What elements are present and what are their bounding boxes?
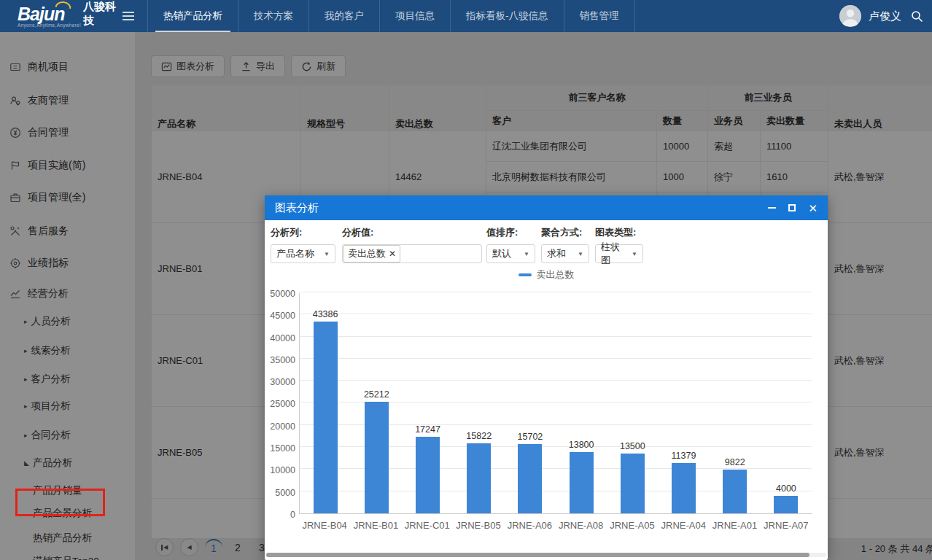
bar — [467, 443, 491, 513]
bar-slot: 17247 — [402, 424, 453, 513]
y-tick-label: 5000 — [275, 488, 295, 498]
bar-value-label: 17247 — [415, 424, 440, 435]
app-window: Bajun Anyone,Anytime,Anywhere! 八骏科技 热销产品… — [0, 0, 932, 560]
bar — [723, 470, 747, 513]
logo-swoosh-icon — [55, 0, 72, 8]
modal-titlebar[interactable]: 图表分析 ✕ — [265, 195, 828, 220]
minimize-icon[interactable] — [768, 207, 776, 209]
x-tick-label: JRNE-B01 — [350, 520, 401, 531]
horizontal-scrollbar — [266, 553, 826, 557]
bar-slot: 13500 — [607, 441, 658, 513]
bar-value-label: 43386 — [313, 309, 338, 319]
x-tick-label: JRNE-A06 — [504, 520, 555, 531]
y-tick-label: 45000 — [270, 311, 295, 321]
annotation-highlight-box — [15, 489, 105, 516]
bar-slot: 43386 — [300, 309, 351, 513]
aggregation-label: 聚合方式: — [541, 226, 590, 239]
chart-analysis-modal: 图表分析 ✕ 分析列: 产品名称▼ 分析值: 卖出总数 ✕ — [265, 195, 828, 560]
bar-value-label: 13800 — [569, 440, 594, 450]
aggregation-select[interactable]: 求和▼ — [541, 244, 589, 263]
x-tick-label: JRNE-B04 — [299, 520, 350, 531]
x-tick-label: JRNE-A01 — [709, 520, 760, 531]
bar — [672, 463, 696, 513]
nav-tab-tech-plan[interactable]: 技术方案 — [238, 0, 308, 32]
x-tick-label: JRNE-B05 — [453, 520, 504, 531]
legend-marker-icon — [519, 273, 532, 276]
chart-type-select[interactable]: 柱状图▼ — [595, 244, 643, 263]
bar-value-label: 4000 — [776, 483, 796, 494]
bar-slot: 4000 — [761, 483, 812, 513]
y-axis-labels: 0500010000150002000025000300003500040000… — [265, 293, 295, 514]
bar-slot: 15702 — [505, 432, 556, 513]
analysis-column-label: 分析列: — [271, 226, 340, 239]
user-avatar[interactable] — [839, 5, 861, 27]
chart-legend[interactable]: 卖出总数 — [265, 268, 828, 281]
chart-type-label: 图表类型: — [595, 226, 643, 239]
bar — [365, 402, 389, 513]
modal-title: 图表分析 — [275, 201, 319, 215]
bar-value-label: 13500 — [620, 441, 645, 451]
chevron-down-icon: ▼ — [324, 251, 330, 257]
username[interactable]: 卢俊义 — [869, 9, 901, 23]
bar — [416, 437, 440, 513]
sort-select[interactable]: 默认▼ — [486, 244, 535, 263]
y-tick-label: 10000 — [270, 465, 295, 475]
legend-label: 卖出总数 — [537, 268, 575, 281]
bar — [774, 496, 798, 513]
brand-name: Bajun — [18, 5, 81, 23]
bar-slot: 9822 — [710, 457, 761, 513]
chevron-down-icon: ▼ — [524, 251, 529, 257]
bar-slot: 13800 — [556, 440, 607, 513]
brand-tagline: Anyone,Anytime,Anywhere! — [18, 23, 81, 28]
bar — [621, 454, 645, 513]
menu-toggle-icon[interactable] — [123, 0, 141, 32]
y-tick-label: 0 — [290, 510, 295, 520]
y-tick-label: 40000 — [270, 333, 295, 343]
maximize-icon[interactable] — [788, 204, 796, 211]
y-tick-label: 50000 — [270, 289, 295, 299]
x-axis-labels: JRNE-B04JRNE-B01JRNE-C01JRNE-B05JRNE-A06… — [299, 520, 812, 531]
bar-value-label: 9822 — [725, 457, 745, 467]
chevron-down-icon: ▼ — [632, 251, 637, 257]
x-tick-label: JRNE-C01 — [402, 520, 453, 531]
analysis-column-select[interactable]: 产品名称▼ — [271, 244, 335, 263]
chart-plot: 4338625212172471582215702138001350011379… — [299, 293, 812, 514]
analysis-value-input[interactable]: 卖出总数 ✕ — [342, 244, 482, 263]
top-navbar: Bajun Anyone,Anytime,Anywhere! 八骏科技 热销产品… — [0, 0, 932, 32]
bar-slot: 25212 — [351, 389, 402, 513]
brand-name-cn: 八骏科技 — [83, 0, 123, 28]
bar-value-label: 25212 — [364, 389, 389, 400]
analysis-value-tag: 卖出总数 ✕ — [343, 245, 400, 262]
bar-slot: 11379 — [658, 451, 709, 513]
remove-tag-icon[interactable]: ✕ — [389, 249, 396, 259]
bar-slot: 15822 — [454, 431, 505, 513]
analysis-value-label: 分析值: — [342, 226, 484, 239]
y-tick-label: 30000 — [270, 377, 295, 387]
nav-tab-kpi-board[interactable]: 指标看板-八骏信息 — [450, 0, 564, 32]
search-icon[interactable] — [909, 8, 925, 24]
brand-logo: Bajun Anyone,Anytime,Anywhere! 八骏科技 — [0, 0, 123, 32]
sort-label: 值排序: — [486, 226, 537, 239]
nav-tab-hot-products[interactable]: 热销产品分析 — [147, 0, 238, 32]
bar-value-label: 15702 — [518, 432, 543, 442]
close-icon[interactable]: ✕ — [808, 203, 818, 214]
bar — [314, 322, 338, 513]
nav-tab-project-info[interactable]: 项目信息 — [379, 0, 450, 32]
nav-tab-sales-mgmt[interactable]: 销售管理 — [564, 0, 635, 32]
x-tick-label: JRNE-A07 — [761, 520, 812, 531]
bar — [518, 444, 542, 513]
nav-tab-my-customers[interactable]: 我的客户 — [308, 0, 379, 32]
top-menu: 热销产品分析 技术方案 我的客户 项目信息 指标看板-八骏信息 销售管理 — [147, 0, 635, 32]
x-tick-label: JRNE-A08 — [555, 520, 606, 531]
bar-value-label: 11379 — [672, 451, 696, 461]
y-tick-label: 35000 — [270, 355, 295, 365]
x-tick-label: JRNE-A04 — [658, 520, 709, 531]
y-tick-label: 25000 — [270, 399, 295, 409]
chevron-down-icon: ▼ — [578, 251, 583, 257]
scrollbar-thumb[interactable] — [266, 553, 809, 557]
x-tick-label: JRNE-A05 — [607, 520, 658, 531]
y-tick-label: 15000 — [270, 443, 295, 454]
bar — [570, 452, 594, 513]
chart-filters: 分析列: 产品名称▼ 分析值: 卖出总数 ✕ 值排序: 默认▼ — [271, 226, 643, 263]
bar-value-label: 15822 — [466, 431, 492, 441]
